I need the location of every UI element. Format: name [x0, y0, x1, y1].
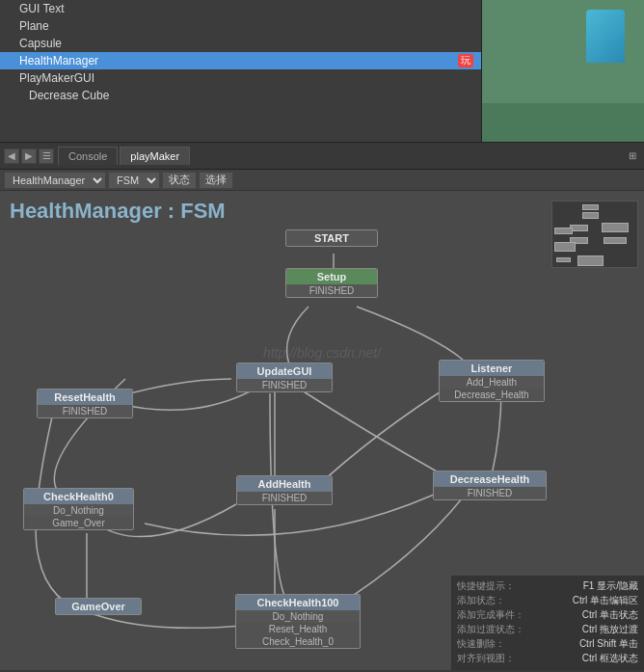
node-addhealth-event: FINISHED: [237, 492, 332, 504]
info-panel: 快捷键提示： F1 显示/隐藏 添加状态： Ctrl 单击编辑区 添加完成事件：…: [451, 576, 644, 670]
node-start-title: START: [286, 230, 377, 246]
node-updategui[interactable]: UpdateGUI FINISHED: [236, 363, 333, 392]
quick-delete-label: 快速删除：: [457, 637, 505, 651]
tab-end-btn[interactable]: ⊞: [625, 148, 640, 164]
hierarchy-panel: GUI Text Plane Capsule HealthManager 玩 P…: [0, 0, 482, 142]
hierarchy-item-healthmanager[interactable]: HealthManager 玩: [0, 52, 481, 69]
control-view-label: 对齐到视图：: [457, 652, 515, 665]
minimap-node-checkhealth0: [554, 242, 576, 252]
fsm-state-select[interactable]: FSM: [108, 172, 160, 189]
node-checkhealth100-title: CheckHealth100: [236, 595, 360, 610]
minimap-node-decreasehealth: [604, 237, 628, 244]
add-transition-label: 添加过渡状态：: [457, 623, 524, 636]
node-setup-title: Setup: [286, 269, 377, 284]
node-resethealth-event: FINISHED: [38, 405, 132, 417]
minimap-node-setup: [582, 212, 600, 219]
fsm-minimap[interactable]: [551, 201, 638, 268]
fsm-canvas[interactable]: HealthManager : FSM: [0, 191, 644, 670]
node-checkhealth100-event2: Reset_Health: [236, 623, 360, 635]
node-resethealth-title: ResetHealth: [38, 390, 132, 405]
node-decreasehealth-event: FINISHED: [434, 487, 546, 499]
fsm-toolbar: HealthManager FSM 状态 选择: [0, 170, 644, 191]
node-checkhealth0-event1: Do_Nothing: [24, 504, 133, 517]
tab-bar: ◀ ▶ ☰ Console playMaker ⊞: [0, 143, 644, 170]
hierarchy-item-capsule[interactable]: Capsule: [0, 35, 481, 52]
toolbar-select-btn[interactable]: 选择: [199, 172, 233, 189]
node-start[interactable]: START: [285, 229, 378, 247]
node-updategui-event: FINISHED: [237, 379, 332, 391]
node-decreasehealth-title: DecreaseHealth: [434, 471, 546, 487]
preview-panel: [482, 0, 644, 142]
minimap-node-gameover: [556, 257, 572, 262]
playmaker-badge: 玩: [458, 54, 473, 67]
hierarchy-item-plane[interactable]: Plane: [0, 17, 481, 35]
fsm-title: HealthManager : FSM: [10, 199, 226, 224]
minimap-node-start: [582, 204, 600, 209]
node-checkhealth100[interactable]: CheckHealth100 Do_Nothing Reset_Health C…: [235, 594, 361, 649]
hierarchy-item-playmakergui[interactable]: PlayMakerGUI: [0, 69, 481, 87]
fsm-object-select[interactable]: HealthManager: [4, 172, 106, 189]
node-checkhealth0-event2: Game_Over: [24, 517, 133, 529]
node-decreasehealth[interactable]: DecreaseHealth FINISHED: [433, 470, 547, 500]
shortcut-value: F1 显示/隐藏: [583, 579, 638, 593]
hierarchy-item-decreasecube[interactable]: Decrease Cube: [0, 87, 481, 104]
node-setup[interactable]: Setup FINISHED: [285, 268, 378, 298]
node-listener-event1: Add_Health: [440, 376, 544, 389]
node-resethealth[interactable]: ResetHealth FINISHED: [37, 389, 133, 418]
minimap-node-checkhealth100: [577, 255, 603, 265]
add-transition-value: Ctrl 拖放过渡: [582, 623, 638, 636]
node-updategui-title: UpdateGUI: [237, 363, 332, 379]
node-setup-event: FINISHED: [286, 284, 377, 297]
toolbar-state-btn[interactable]: 状态: [162, 172, 197, 189]
add-event-value: Ctrl 单击编辑区: [573, 594, 638, 607]
add-complete-value: Ctrl 单击状态: [582, 608, 638, 622]
tab-prev-btn[interactable]: ◀: [4, 148, 19, 164]
node-listener[interactable]: Listener Add_Health Decrease_Health: [439, 360, 545, 402]
node-addhealth[interactable]: AddHealth FINISHED: [236, 475, 333, 505]
shortcut-label: 快捷键提示：: [457, 579, 515, 593]
node-checkhealth100-event3: Check_Health_0: [236, 635, 360, 648]
tab-console[interactable]: Console: [58, 147, 118, 165]
control-view-value: Ctrl 框选状态: [582, 652, 638, 665]
node-listener-title: Listener: [440, 361, 544, 376]
node-listener-event2: Decrease_Health: [440, 389, 544, 401]
node-gameover[interactable]: GameOver: [55, 598, 142, 615]
node-gameover-title: GameOver: [56, 599, 141, 614]
add-event-label: 添加状态：: [457, 594, 505, 607]
node-checkhealth0[interactable]: CheckHealth0 Do_Nothing Game_Over: [23, 488, 134, 530]
node-addhealth-title: AddHealth: [237, 476, 332, 492]
tab-playmaker[interactable]: playMaker: [120, 147, 190, 165]
minimap-node-listener: [602, 223, 629, 232]
node-checkhealth0-title: CheckHealth0: [24, 489, 133, 504]
quick-delete-value: Ctrl Shift 单击: [579, 637, 638, 651]
tab-menu-btn[interactable]: ☰: [39, 148, 54, 164]
watermark: http://blog.csdn.net/: [263, 345, 381, 361]
preview-object: [586, 10, 625, 63]
tab-next-btn[interactable]: ▶: [21, 148, 37, 164]
hierarchy-item-guitext[interactable]: GUI Text: [0, 0, 481, 17]
preview-grid: [482, 103, 644, 142]
node-checkhealth100-event1: Do_Nothing: [236, 610, 360, 623]
add-complete-label: 添加完成事件：: [457, 608, 524, 622]
minimap-node-resethealth: [554, 228, 573, 234]
